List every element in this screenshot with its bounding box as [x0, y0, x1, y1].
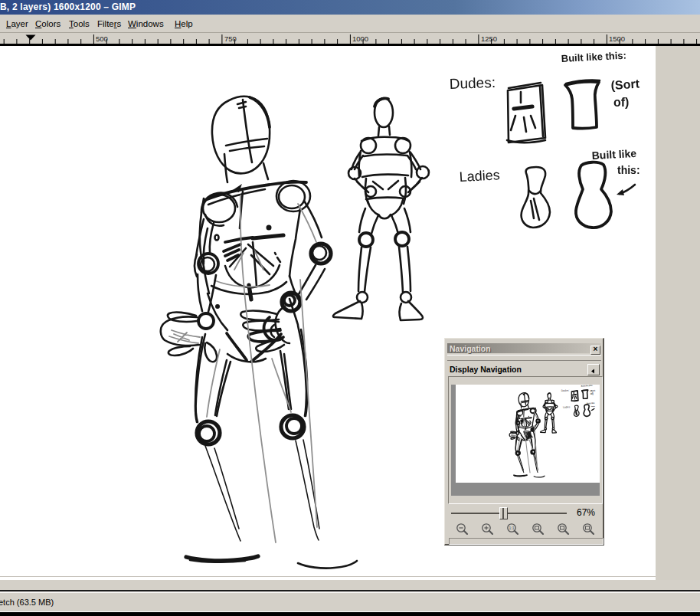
svg-text:1:1: 1:1: [509, 526, 515, 530]
